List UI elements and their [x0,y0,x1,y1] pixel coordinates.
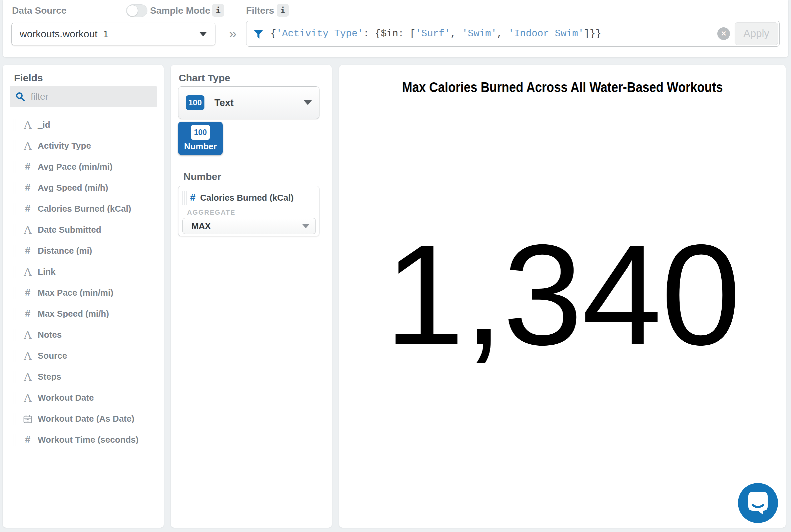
field-label: Date Submitted [38,225,101,235]
field-row[interactable]: A # Max Speed (mi/h) [3,303,164,324]
chart-type-panel: Chart Type 100 Text 100 Number Number # … [171,65,332,528]
field-row[interactable]: A # Calories Burned (kCal) [3,198,164,219]
aggregate-value: MAX [191,221,302,231]
filter-query-code: {'Activity Type': {$in: ['Surf', 'Swim',… [270,28,601,39]
chevron-down-icon [304,100,312,105]
field-type-icon: A # [20,141,35,151]
string-type-icon: A [24,141,31,151]
field-type-icon: A # [20,435,35,445]
field-type-icon: A # [20,414,35,424]
field-row[interactable]: A # Workout Date (As Date) [3,408,164,429]
chart-number-value: 1,340 [339,223,786,366]
drag-handle[interactable] [13,224,17,236]
field-row[interactable]: A # Distance (mi) [3,240,164,261]
field-label: Activity Type [38,141,91,151]
field-label: Source [38,351,67,361]
drag-handle[interactable] [13,434,17,446]
field-type-icon: A # [20,372,35,382]
sample-mode-info-icon[interactable]: i [212,4,224,17]
number-type-icon: # [25,162,30,172]
number-type-icon: # [25,288,30,298]
string-type-icon: A [24,225,31,235]
chart-preview-panel: Max Calories Burned Across All Water-Bas… [339,65,786,528]
field-row[interactable]: A # _id [3,114,164,135]
drag-handle[interactable] [183,191,187,205]
fields-panel: Fields A # [3,65,164,528]
filters-info-icon[interactable]: i [277,4,289,17]
field-row[interactable]: A # Workout Time (seconds) [3,429,164,450]
fields-panel-title: Fields [14,72,43,84]
number-type-icon: # [25,183,30,193]
chart-type-title: Chart Type [179,72,230,84]
field-row[interactable]: A # Link [3,261,164,282]
sample-mode-label: Sample Mode [150,5,210,16]
field-row[interactable]: A # Avg Speed (mi/h) [3,177,164,198]
field-label: Distance (mi) [38,246,92,256]
drag-handle[interactable] [13,350,17,362]
data-source-select[interactable]: workouts.workout_1 [11,23,215,45]
field-label: Link [38,267,55,277]
drag-handle[interactable] [13,182,17,194]
drag-handle[interactable] [13,119,17,131]
sample-mode-toggle[interactable] [126,4,147,17]
clear-filter-button[interactable]: ✕ [717,27,730,40]
apply-filter-button[interactable]: Apply [735,22,778,45]
intercom-chat-launcher[interactable] [738,483,778,523]
aggregate-label: AGGREGATE [187,209,236,216]
field-type-icon: A # [20,162,35,172]
string-type-icon: A [24,351,31,361]
field-label: Max Speed (mi/h) [38,309,109,319]
fields-search-input[interactable] [31,91,151,102]
number-chart-icon: 100 [191,125,210,140]
drag-handle[interactable] [13,266,17,278]
field-label: Workout Date (As Date) [38,414,134,424]
field-type-icon: A # [20,267,35,277]
number-type-icon: # [25,204,30,214]
field-row[interactable]: A # Avg Pace (min/mi) [3,156,164,177]
field-label: Workout Time (seconds) [38,435,138,445]
encoded-field-row[interactable]: # Calories Burned (kCal) [183,191,294,205]
field-row[interactable]: A # Notes [3,324,164,345]
calendar-type-icon [23,414,33,424]
field-row[interactable]: A # Steps [3,366,164,387]
filter-query-input[interactable]: {'Activity Type': {$in: ['Surf', 'Swim',… [246,21,780,47]
field-type-icon: A # [20,204,35,214]
field-row[interactable]: A # Activity Type [3,135,164,156]
chevron-down-icon [302,224,309,228]
drag-handle[interactable] [13,392,17,404]
filters-label: Filters [246,5,274,16]
text-chart-icon: 100 [186,95,204,110]
drag-handle[interactable] [13,287,17,299]
chart-type-select[interactable]: 100 Text [178,86,319,119]
aggregate-select[interactable]: MAX [183,218,316,234]
drag-handle[interactable] [13,308,17,320]
drag-handle[interactable] [13,140,17,152]
fields-search-box[interactable] [10,86,157,107]
field-type-icon: A # [20,309,35,319]
number-subtype-tile[interactable]: 100 Number [178,122,223,155]
chart-preview-title: Max Calories Burned Across All Water-Bas… [339,79,786,95]
field-label: Max Pace (min/mi) [38,288,113,298]
drag-handle[interactable] [13,162,17,173]
drag-handle[interactable] [13,203,17,215]
field-row[interactable]: A # Source [3,345,164,366]
string-type-icon: A [24,120,31,130]
string-type-icon: A [24,330,31,340]
drag-handle[interactable] [13,329,17,341]
number-type-icon: # [25,435,30,445]
filter-funnel-icon [253,29,264,40]
drag-handle[interactable] [13,245,17,256]
top-bar: Data Source Sample Mode i workouts.worko… [3,0,788,57]
field-row[interactable]: A # Date Submitted [3,219,164,240]
field-label: Workout Date [38,393,94,403]
field-type-icon: A # [20,120,35,130]
field-type-icon: A # [20,351,35,361]
drag-handle[interactable] [13,413,17,425]
field-row[interactable]: A # Max Pace (min/mi) [3,282,164,303]
search-icon [15,92,25,102]
collapse-panel-button[interactable]: » [229,27,237,41]
field-row[interactable]: A # Workout Date [3,387,164,408]
number-encoding-card: # Calories Burned (kCal) AGGREGATE MAX [178,186,319,236]
drag-handle[interactable] [13,371,17,383]
field-label: _id [38,120,50,130]
